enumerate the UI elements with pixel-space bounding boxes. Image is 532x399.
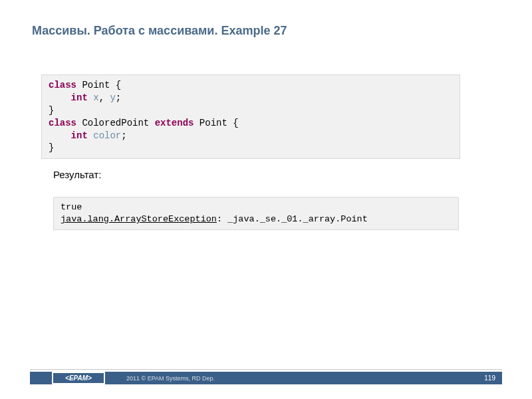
code-semicolon: ;	[121, 130, 126, 141]
code-indent	[49, 130, 71, 141]
output-line: true	[61, 202, 82, 212]
footer-divider	[30, 369, 502, 370]
page-number: 119	[484, 372, 495, 384]
result-label: Результат:	[53, 169, 101, 180]
output-exception: java.lang.ArrayStoreException	[61, 214, 217, 224]
code-indent	[49, 92, 71, 103]
code-comma: ,	[99, 92, 110, 103]
logo-text: <EPAM>	[65, 374, 92, 382]
variable-y: y	[110, 92, 115, 103]
keyword-int: int	[71, 92, 88, 103]
code-block: class Point { int x, y; } class ColoredP…	[41, 74, 460, 159]
slide: Массивы. Работа с массивами. Example 27 …	[0, 0, 532, 399]
slide-title: Массивы. Работа с массивами. Example 27	[32, 24, 287, 38]
code-brace: }	[49, 105, 54, 116]
variable-color: color	[93, 130, 121, 141]
output-text: : _java._se._01._array.Point	[217, 214, 368, 224]
code-text: Point {	[194, 118, 238, 128]
keyword-int: int	[71, 130, 88, 141]
copyright-text: 2011 © EPAM Systems, RD Dep.	[126, 372, 215, 384]
logo: <EPAM>	[52, 372, 105, 384]
code-text: ColoredPoint	[76, 118, 155, 128]
code-text: Point {	[76, 80, 121, 90]
output-block: true java.lang.ArrayStoreException: _jav…	[53, 197, 459, 230]
keyword-class: class	[49, 80, 76, 90]
variable-x: x	[93, 92, 98, 103]
keyword-class: class	[49, 118, 76, 128]
code-space	[88, 130, 93, 141]
keyword-extends: extends	[155, 118, 194, 128]
code-space	[88, 92, 93, 103]
code-brace: }	[49, 142, 54, 153]
code-semicolon: ;	[116, 92, 121, 103]
